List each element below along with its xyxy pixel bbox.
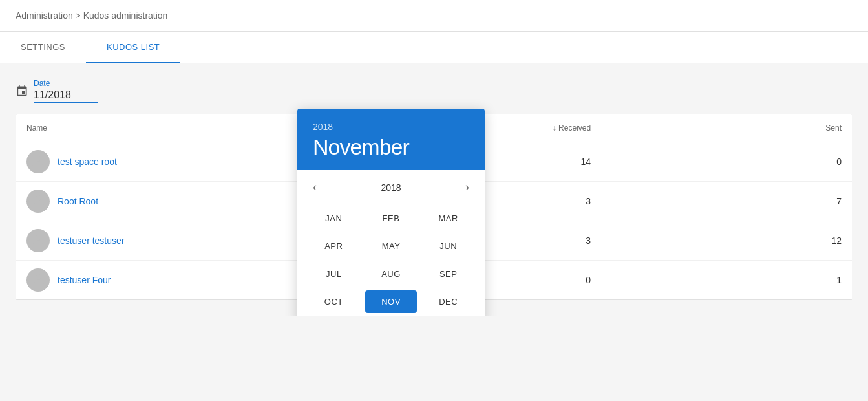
table-cell-sent: 12 xyxy=(601,221,852,261)
col-header-sent: Sent xyxy=(601,114,852,142)
calendar-icon xyxy=(16,85,28,101)
calendar-month-aug[interactable]: AUG xyxy=(365,263,418,285)
tab-kudos-list[interactable]: KUDOS LIST xyxy=(86,32,180,63)
calendar-month-mar[interactable]: MAR xyxy=(422,207,474,230)
user-name-link[interactable]: Root Root xyxy=(58,196,98,206)
content-area: Date 2018 November ‹ 2018 › JANFEBMARAPR… xyxy=(0,63,868,316)
date-label: Date xyxy=(34,79,98,88)
user-name-link[interactable]: test space root xyxy=(58,157,117,167)
user-name-link[interactable]: testuser Four xyxy=(58,275,111,285)
calendar-month-name: November xyxy=(313,135,469,160)
calendar-month-nov[interactable]: NOV xyxy=(365,290,418,313)
calendar-month-may[interactable]: MAY xyxy=(365,235,418,257)
breadcrumb: Administration > Kudos administration xyxy=(0,0,868,32)
table-cell-sent: 7 xyxy=(601,182,852,221)
tab-settings[interactable]: SETTINGS xyxy=(0,32,86,63)
calendar-months-grid: JANFEBMARAPRMAYJUNJULAUGSEPOCTNOVDEC xyxy=(297,202,485,316)
sort-icon: ↓ xyxy=(553,124,558,133)
breadcrumb-separator: > xyxy=(76,10,81,21)
date-field-group: Date xyxy=(34,79,98,103)
tabs-bar: SETTINGS KUDOS LIST xyxy=(0,32,868,63)
date-input[interactable] xyxy=(34,89,98,103)
calendar-month-dec[interactable]: DEC xyxy=(422,290,474,313)
calendar-header: 2018 November xyxy=(297,109,485,170)
date-field-wrapper: Date xyxy=(16,79,98,103)
calendar-month-jun[interactable]: JUN xyxy=(422,235,474,257)
calendar-nav-year: 2018 xyxy=(381,182,401,193)
breadcrumb-current: Kudos administration xyxy=(83,10,168,21)
table-cell-sent: 1 xyxy=(601,261,852,300)
breadcrumb-admin[interactable]: Administration xyxy=(16,10,73,21)
calendar-next-button[interactable]: › xyxy=(460,178,474,197)
calendar-month-feb[interactable]: FEB xyxy=(365,207,418,230)
user-name-link[interactable]: testuser testuser xyxy=(58,235,125,246)
avatar xyxy=(26,190,50,213)
avatar xyxy=(26,150,50,173)
calendar-nav: ‹ 2018 › xyxy=(297,170,485,202)
calendar-prev-button[interactable]: ‹ xyxy=(308,178,322,197)
table-cell-sent: 0 xyxy=(601,142,852,182)
calendar-overlay: 2018 November ‹ 2018 › JANFEBMARAPRMAYJU… xyxy=(297,109,485,316)
calendar-month-jan[interactable]: JAN xyxy=(308,207,360,230)
calendar-year: 2018 xyxy=(313,122,469,132)
avatar xyxy=(26,229,50,252)
calendar-month-oct[interactable]: OCT xyxy=(308,290,360,313)
avatar xyxy=(26,268,50,292)
calendar-month-apr[interactable]: APR xyxy=(308,235,360,257)
calendar-month-sep[interactable]: SEP xyxy=(422,263,474,285)
calendar-month-jul[interactable]: JUL xyxy=(308,263,360,285)
